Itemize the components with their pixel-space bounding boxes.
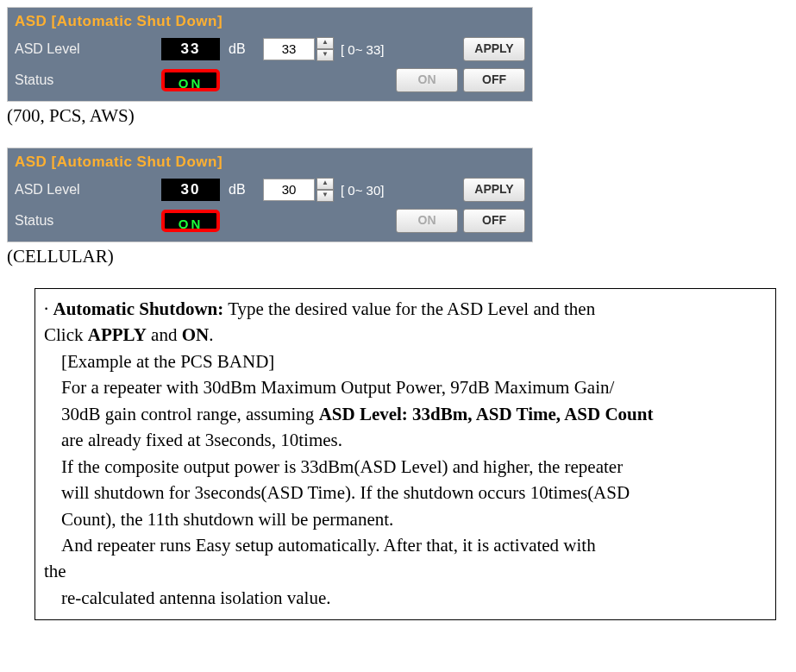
off-button[interactable]: OFF bbox=[463, 209, 525, 233]
desc-line-11: the bbox=[44, 558, 767, 584]
desc-l2a: Click bbox=[44, 324, 88, 345]
on-button[interactable]: ON bbox=[396, 209, 458, 233]
desc-line-8: will shutdown for 3seconds(ASD Time). If… bbox=[44, 480, 767, 506]
desc-line-9: Count), the 11th shutdown will be perman… bbox=[44, 506, 767, 532]
desc-l5b: ASD Level: 33dBm, ASD Time, ASD Count bbox=[319, 404, 654, 424]
desc-line-1: · Automatic Shutdown: Type the desired v… bbox=[44, 296, 767, 322]
desc-l1: Type the desired value for the ASD Level… bbox=[223, 298, 595, 319]
asd-panel-2: ASD [Automatic Shut Down] ASD Level 30 d… bbox=[7, 148, 533, 242]
off-button[interactable]: OFF bbox=[463, 68, 525, 92]
caption-2: (CELLULAR) bbox=[7, 246, 789, 267]
desc-line-12: re-calculated antenna isolation value. bbox=[44, 585, 767, 611]
asd-level-row: ASD Level 30 dB 30 ▲ ▼ [ 0~ 30] APPLY bbox=[8, 174, 532, 205]
panel-title: ASD [Automatic Shut Down] bbox=[8, 148, 532, 174]
asd-level-input[interactable]: 30 bbox=[263, 179, 315, 201]
asd-level-value: 30 bbox=[161, 179, 220, 201]
range-text: [ 0~ 33] bbox=[341, 42, 418, 57]
unit-label: dB bbox=[229, 182, 253, 198]
asd-panel-1: ASD [Automatic Shut Down] ASD Level 33 d… bbox=[7, 7, 533, 102]
spinner-down-icon[interactable]: ▼ bbox=[317, 190, 334, 202]
desc-line-10: And repeater runs Easy setup automatical… bbox=[44, 532, 767, 558]
spinner-up-icon[interactable]: ▲ bbox=[317, 178, 334, 190]
desc-l2e: . bbox=[209, 324, 213, 345]
desc-line-4: For a repeater with 30dBm Maximum Output… bbox=[44, 374, 767, 400]
desc-line-2: Click APPLY and ON. bbox=[44, 322, 767, 348]
desc-title: Automatic Shutdown: bbox=[53, 298, 224, 319]
desc-l2b: APPLY bbox=[88, 324, 147, 345]
asd-level-label: ASD Level bbox=[15, 41, 161, 57]
range-text: [ 0~ 30] bbox=[341, 183, 418, 198]
status-label: Status bbox=[15, 213, 161, 229]
apply-button[interactable]: APPLY bbox=[463, 178, 525, 202]
desc-line-7: If the composite output power is 33dBm(A… bbox=[44, 454, 767, 480]
asd-level-label: ASD Level bbox=[15, 182, 161, 198]
panel-title: ASD [Automatic Shut Down] bbox=[8, 8, 532, 34]
status-row: Status ON ON OFF bbox=[8, 205, 532, 242]
status-label: Status bbox=[15, 72, 161, 88]
caption-1: (700, PCS, AWS) bbox=[7, 105, 789, 127]
description-box: · Automatic Shutdown: Type the desired v… bbox=[34, 288, 776, 620]
apply-button[interactable]: APPLY bbox=[463, 37, 525, 61]
unit-label: dB bbox=[229, 41, 253, 57]
status-row: Status ON ON OFF bbox=[8, 65, 532, 101]
asd-level-value: 33 bbox=[161, 38, 220, 60]
status-value: ON bbox=[161, 210, 220, 232]
desc-l2c: and bbox=[147, 324, 182, 345]
status-value: ON bbox=[161, 69, 220, 91]
spinner: ▲ ▼ bbox=[317, 37, 334, 61]
desc-line-6: are already fixed at 3seconds, 10times. bbox=[44, 427, 767, 453]
spinner-up-icon[interactable]: ▲ bbox=[317, 37, 334, 49]
spinner: ▲ ▼ bbox=[317, 178, 334, 202]
desc-l2d: ON bbox=[182, 324, 210, 345]
on-button[interactable]: ON bbox=[396, 68, 458, 92]
desc-l5a: 30dB gain control range, assuming bbox=[61, 404, 319, 424]
desc-line-3: [Example at the PCS BAND] bbox=[44, 349, 767, 374]
asd-level-input[interactable]: 33 bbox=[263, 38, 315, 60]
asd-level-row: ASD Level 33 dB 33 ▲ ▼ [ 0~ 33] APPLY bbox=[8, 34, 532, 65]
bullet: · bbox=[44, 298, 48, 319]
desc-line-5: 30dB gain control range, assuming ASD Le… bbox=[44, 401, 767, 427]
spinner-down-icon[interactable]: ▼ bbox=[317, 49, 334, 61]
